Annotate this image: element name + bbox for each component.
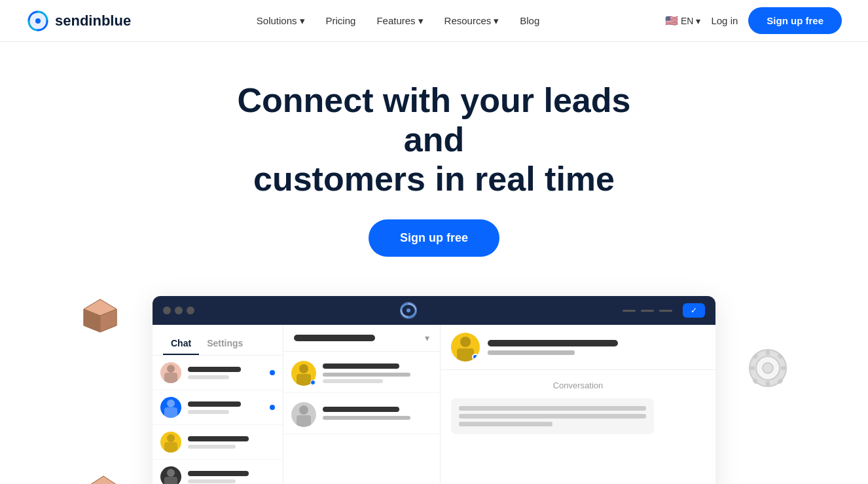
hero-title: Connect with your leads and customers in… [205,81,663,198]
chat-avatar-1 [160,362,181,383]
bubble-line-1 [459,406,646,411]
titlebar-confirm-button[interactable]: ✓ [683,303,705,318]
svg-rect-15 [750,366,755,370]
person-head-3 [167,434,175,442]
chat-avatar-2 [160,397,181,418]
chat-avatar-3 [160,432,181,453]
svg-rect-14 [766,381,770,386]
msg-sub2-1 [323,379,383,383]
person-body-3 [164,442,177,453]
signup-button-nav[interactable]: Sign up free [748,7,842,34]
chat-preview-4 [188,479,236,483]
chat-name-3 [188,436,249,441]
titlebar-line-3 [659,310,672,312]
lang-label: EN [681,16,693,26]
svg-rect-13 [766,350,770,355]
person-body-msg-2 [297,415,311,427]
online-dot-msg-1 [310,380,316,385]
features-dropdown-icon [418,15,424,27]
solutions-dropdown-icon [300,15,305,27]
conv-avatar [451,333,480,362]
logo-link[interactable]: sendinblue [26,9,131,33]
dot-minimize [175,307,183,314]
tab-settings[interactable]: Settings [199,333,251,355]
chat-preview-2 [188,410,229,414]
confirm-check-icon: ✓ [691,306,697,315]
chat-list-item-3[interactable] [153,425,283,460]
nav-pricing[interactable]: Pricing [326,15,356,26]
msg-sub1-2 [323,416,410,420]
person-head [167,365,175,373]
person-body-msg-1 [297,374,311,386]
chat-info-1 [188,367,263,379]
logo-text: sendinblue [55,12,131,29]
deco-gear-right [748,348,787,388]
logo-icon [26,9,50,33]
conv-online-dot [472,354,479,360]
mock-conversation-panel: Conversation [441,325,715,484]
chat-name-2 [188,401,241,407]
nav-solutions[interactable]: Solutions [257,15,305,27]
titlebar-line-2 [641,310,654,312]
chat-list-item-4[interactable] [153,460,283,484]
login-link[interactable]: Log in [711,15,738,26]
conv-name-block [488,340,705,355]
navbar: sendinblue Solutions Pricing Features Re… [0,0,868,42]
msg-sub1-1 [323,373,410,377]
nav-blog[interactable]: Blog [520,15,539,26]
signup-button-hero[interactable]: Sign up free [369,219,499,257]
chat-list-item[interactable] [153,356,283,390]
msg-item-2[interactable] [283,393,440,434]
nav-features[interactable]: Features [376,15,423,27]
chat-name-1 [188,367,241,372]
bubble-line-2 [459,414,646,419]
person-head-msg-1 [299,364,308,373]
deco-box-top [81,296,120,335]
nav-resources[interactable]: Resources [444,15,499,27]
flag-icon: 🇺🇸 [665,14,678,27]
mock-window: ✓ Chat Settings [153,296,715,484]
svg-point-12 [763,363,773,373]
person-head-2 [167,400,175,407]
deco-box-bottom [87,473,120,484]
msg-name-2 [323,407,399,412]
svg-point-1 [35,18,41,24]
conv-sub-bar [488,350,575,355]
chat-info-2 [188,401,263,414]
language-selector[interactable]: 🇺🇸 EN [665,14,700,27]
titlebar-lines [623,310,672,312]
mock-middle-panel: ▾ [283,325,441,484]
msg-name-1 [323,363,399,369]
titlebar-line-1 [623,310,636,312]
conversation-body: Conversation [441,370,715,484]
chat-list-item-2[interactable] [153,390,283,425]
msg-info-1 [323,363,432,383]
person-body-4 [164,477,177,484]
conv-person-body [457,348,474,362]
chat-info-3 [188,436,275,449]
bubble-line-3 [459,422,552,426]
window-controls [163,307,194,314]
titlebar-logo-icon [399,301,418,320]
chat-tabs: Chat Settings [153,325,283,356]
illustration-area: ✓ Chat Settings [74,296,794,484]
conversation-label: Conversation [451,381,705,390]
svg-point-22 [407,308,410,312]
tab-chat[interactable]: Chat [163,333,199,355]
person-body [164,373,177,383]
chat-info-4 [188,471,275,483]
svg-marker-7 [90,476,117,484]
unread-dot-2 [270,405,275,410]
middle-header: ▾ [283,325,440,352]
person-head-msg-2 [299,405,308,415]
chat-preview-1 [188,375,229,379]
unread-dot-1 [270,370,275,375]
nav-links: Solutions Pricing Features Resources Blo… [257,15,540,27]
msg-item-1[interactable] [283,352,440,393]
lang-dropdown-icon [696,16,700,26]
titlebar-right: ✓ [623,303,705,318]
msg-avatar-2 [291,402,316,427]
person-head-4 [167,469,175,477]
middle-chevron-icon: ▾ [425,333,429,343]
msg-info-2 [323,407,432,422]
